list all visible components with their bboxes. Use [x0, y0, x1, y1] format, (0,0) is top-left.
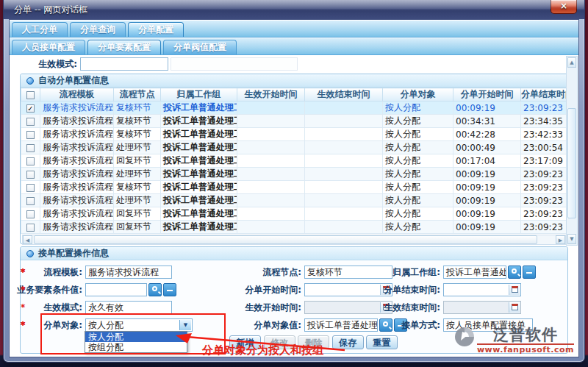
- cell-node: 处理环节: [114, 141, 161, 154]
- vertical-scroll-thumb[interactable]: [567, 108, 576, 218]
- cell-group: 投诉工单普通处理工: [161, 207, 237, 221]
- cell-template: 服务请求投诉流程: [40, 207, 114, 221]
- cell-eff_end: [305, 154, 383, 168]
- tab-分单查询[interactable]: 分单查询: [70, 22, 126, 37]
- cell-eff_end: [305, 181, 383, 194]
- cell-node: 处理环节: [114, 194, 161, 207]
- tab-人工分单[interactable]: 人工分单: [12, 22, 68, 37]
- desktop-background: 分单 -- 网页对话框 × 人工分单分单查询分单配置 人员接单配置分单要素配置分…: [0, 0, 588, 367]
- row-checkbox[interactable]: [26, 131, 35, 139]
- dropdown-option[interactable]: 按人分配: [85, 332, 187, 342]
- horizontal-scroll-thumb[interactable]: [34, 235, 537, 244]
- cell-node: 复核环节: [114, 115, 161, 128]
- table-row[interactable]: 服务请求投诉流程回复环节投诉工单普通处理工按人分配00:09:1923:09:2…: [21, 221, 567, 234]
- cell-group: 投诉工单普通处理工: [161, 115, 237, 128]
- calendar-icon[interactable]: [509, 285, 520, 295]
- tab-分单配置[interactable]: 分单配置: [128, 22, 184, 37]
- row-checkbox[interactable]: [26, 224, 35, 232]
- action-button[interactable]: 重置: [366, 335, 398, 349]
- tab-人员接单配置[interactable]: 人员接单配置: [12, 40, 85, 54]
- cell-end: 23:09:23: [521, 194, 567, 207]
- cell-target: 按人分配: [383, 128, 453, 141]
- table-row[interactable]: 服务请求投诉流程处理环节投诉工单普通处理工按人分配00:09:1923:09:2…: [21, 168, 567, 181]
- cell-target: 按人分配: [383, 194, 453, 207]
- tab-分单要素配置[interactable]: 分单要素配置: [87, 40, 161, 54]
- vertical-scrollbar[interactable]: ▲ ▼: [566, 56, 578, 246]
- close-button[interactable]: ×: [551, 0, 577, 14]
- row-checkbox[interactable]: [26, 197, 35, 205]
- cell-end: 23:09:23: [521, 181, 567, 194]
- search-icon[interactable]: [508, 266, 521, 279]
- table-header-row: 流程模板流程节点归属工作组生效开始时间生效结束时间分单对象分单开始时间分单结束时…: [21, 88, 567, 101]
- dialog-titlebar[interactable]: 分单 -- 网页对话框 ×: [4, 0, 584, 19]
- dropdown-option[interactable]: 按组分配: [85, 342, 187, 352]
- scroll-down-icon[interactable]: ▼: [567, 234, 576, 244]
- cell-target: 按人分配: [383, 207, 453, 221]
- table-row[interactable]: 服务请求投诉流程处理环节投诉工单普通处理工按人分配00:00:4923:00:5…: [21, 141, 567, 154]
- cell-eff_end: [305, 141, 383, 154]
- target-select[interactable]: 按人分配▼: [85, 318, 193, 332]
- row-checkbox[interactable]: [26, 157, 35, 165]
- watermark-brand: 泛普软件: [477, 326, 574, 345]
- eff-mode-input[interactable]: 永久有效: [85, 301, 172, 314]
- clear-icon[interactable]: [523, 266, 536, 279]
- cell-eff_start: [237, 221, 305, 234]
- split-start-label: 分单开始时间:: [228, 283, 301, 296]
- template-input[interactable]: 服务请求投诉流程: [85, 266, 172, 279]
- table-row[interactable]: ✓服务请求投诉流程复核环节投诉工单普通处理工按人分配00:09:1923:09:…: [21, 101, 567, 115]
- row-checkbox[interactable]: ✓: [26, 104, 35, 113]
- secondary-tabbar: 人员接单配置分单要素配置分单阀值配置: [10, 38, 578, 55]
- cell-template: 服务请求投诉流程: [40, 168, 114, 181]
- tab-分单阀值配置[interactable]: 分单阀值配置: [163, 40, 237, 54]
- cell-target: 按人分配: [383, 141, 453, 154]
- table-row[interactable]: 服务请求投诉流程复核环节投诉工单普通处理工按人分配00:42:2823:42:3…: [21, 128, 567, 141]
- cell-node: 复核环节: [114, 128, 161, 141]
- split-end-input[interactable]: [443, 283, 521, 296]
- cell-template: 服务请求投诉流程: [40, 128, 114, 141]
- table-row[interactable]: 服务请求投诉流程处理环节投诉工单普通处理工按人分配00:09:1923:09:2…: [21, 194, 567, 207]
- row-checkbox[interactable]: [26, 210, 35, 218]
- scroll-right-icon[interactable]: ▶: [556, 235, 565, 244]
- cell-target: 按人分配: [383, 168, 453, 181]
- row-checkbox[interactable]: [26, 144, 35, 152]
- dialog-content: 人工分单分单查询分单配置 人员接单配置分单要素配置分单阀值配置 生效模式: 自动…: [9, 19, 579, 357]
- cell-eff_start: [237, 194, 305, 207]
- target-value-label: 分单对象值:: [228, 318, 301, 332]
- watermark: 泛普软件 www.fanpusoft.com: [453, 326, 574, 354]
- row-checkbox[interactable]: [26, 118, 35, 126]
- scroll-left-icon[interactable]: ◀: [23, 235, 32, 244]
- select-all-checkbox[interactable]: [26, 91, 35, 99]
- horizontal-scrollbar[interactable]: ◀ ▶: [22, 235, 566, 245]
- table-row[interactable]: 服务请求投诉流程回复环节投诉工单普通处理工按人分配00:09:1923:09:2…: [21, 207, 567, 221]
- action-button[interactable]: 保存: [332, 335, 364, 349]
- row-checkbox[interactable]: [26, 171, 35, 179]
- cell-node: 处理环节: [114, 168, 161, 181]
- cell-eff_end: [305, 128, 383, 141]
- op-config-header: 接单配置操作信息: [21, 247, 567, 260]
- column-header: 分单结束时间: [521, 88, 567, 101]
- biz-value-input[interactable]: [85, 283, 147, 296]
- effect-mode-input[interactable]: [80, 57, 168, 71]
- column-header: 归属工作组: [161, 88, 237, 101]
- cell-start: 00:09:19: [453, 101, 521, 115]
- cell-start: 00:34:31: [453, 115, 521, 128]
- cell-end: 23:09:23: [521, 207, 567, 221]
- cell-group: 投诉工单普通处理工: [161, 101, 237, 115]
- cell-template: 服务请求投诉流程: [40, 115, 114, 128]
- search-icon[interactable]: [148, 283, 162, 296]
- cell-template: 服务请求投诉流程: [40, 181, 114, 194]
- dialog-title: 分单 -- 网页对话框: [14, 4, 87, 16]
- cell-eff_start: [237, 168, 305, 181]
- table-row[interactable]: 服务请求投诉流程回复环节投诉工单普通处理工按人分配00:17:0423:17:0…: [21, 154, 567, 168]
- chevron-down-icon[interactable]: ▼: [179, 320, 191, 330]
- row-checkbox[interactable]: [26, 184, 35, 192]
- cell-template: 服务请求投诉流程: [40, 141, 114, 154]
- op-config-title: 接单配置操作信息: [38, 247, 109, 260]
- group-label: 归属工作组:: [364, 266, 440, 279]
- group-input[interactable]: 投诉工单普通处理: [443, 266, 506, 279]
- clear-icon[interactable]: [163, 283, 176, 296]
- dialog-window: 分单 -- 网页对话框 × 人工分单分单查询分单配置 人员接单配置分单要素配置分…: [4, 0, 584, 362]
- scroll-up-icon[interactable]: ▲: [567, 57, 576, 68]
- table-row[interactable]: 服务请求投诉流程复核环节投诉工单普通处理工按人分配00:09:1923:09:2…: [21, 181, 567, 194]
- table-row[interactable]: 服务请求投诉流程复核环节投诉工单普通处理工按人分配00:34:3123:34:3…: [21, 115, 567, 128]
